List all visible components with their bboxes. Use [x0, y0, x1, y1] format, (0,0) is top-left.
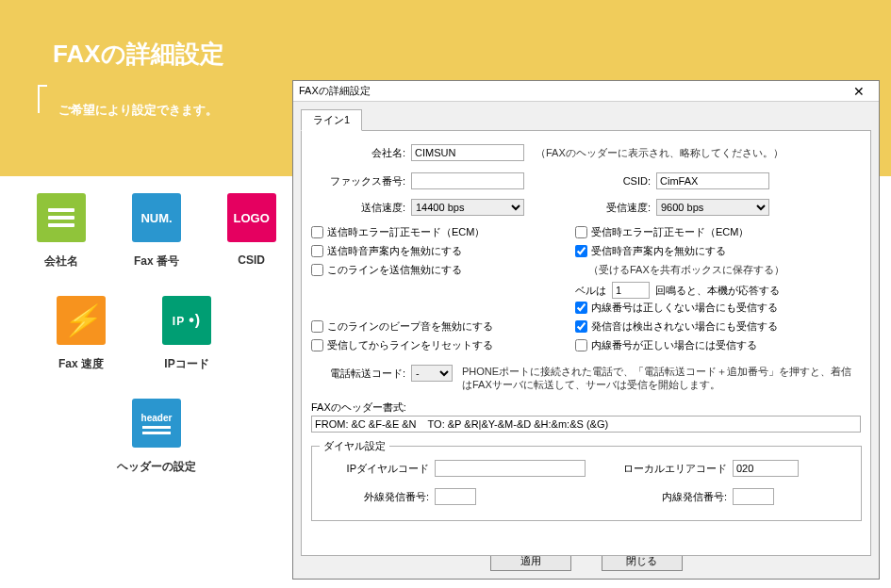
send-speed-select[interactable]: 14400 bps — [411, 199, 524, 216]
recv-share-note: （受けるFAXを共有ボックスに保存する） — [588, 263, 784, 277]
sidebar-item-fax-speed[interactable]: ⚡ Fax 速度 — [53, 296, 109, 372]
recv-speed-select[interactable]: 9600 bps — [656, 199, 769, 216]
lbl-beep-disable: このラインのビープ音を無効にする — [327, 319, 493, 334]
company-label: 会社名: — [311, 146, 405, 160]
company-input[interactable] — [411, 144, 524, 161]
sidebar-label-ip-code: IPコード — [164, 356, 208, 372]
bell-suffix: 回鳴ると、本機が応答する — [655, 284, 780, 298]
cb-recv-ecm[interactable] — [575, 226, 587, 238]
sidebar-label-company: 会社名 — [44, 253, 78, 270]
lbl-recv-voice: 受信時音声案内を無効にする — [591, 244, 726, 258]
header-fmt-label: FAXのヘッダー書式: — [311, 400, 406, 415]
send-speed-label: 送信速度: — [311, 201, 405, 215]
dialog-title: FAXの詳細設定 — [299, 84, 371, 98]
lbl-reset-after: 受信してからラインをリセットする — [327, 338, 493, 352]
lbl-recv-nobeep: 発信音は検出されない場合にも受信する — [591, 319, 778, 334]
header-fmt-input[interactable] — [311, 416, 861, 433]
recv-speed-label: 受信速度: — [594, 201, 651, 215]
cb-recv-nobeep[interactable] — [575, 320, 587, 333]
out-prefix-label: 外線発信番号: — [335, 490, 429, 504]
list-icon — [48, 208, 74, 227]
faxno-label: ファックス番号: — [311, 174, 405, 188]
dial-group-legend: ダイヤル設定 — [320, 439, 389, 453]
logo-icon: LOGO — [227, 193, 276, 242]
out-prefix-input[interactable] — [435, 488, 476, 505]
tel-code-select[interactable]: - — [411, 365, 453, 382]
tel-code-help: PHONEポートに接続された電話で、「電話転送コード＋追加番号」を押すと、着信は… — [462, 365, 858, 392]
csid-label: CSID: — [594, 175, 651, 187]
tel-code-label: 電話転送コード: — [311, 365, 405, 381]
cb-send-voice[interactable] — [311, 245, 323, 257]
lbl-send-voice: 送信時音声案内を無効にする — [327, 244, 462, 258]
lbl-recv-goodext: 内線番号が正しい場合には受信する — [591, 338, 757, 352]
lbl-recv-ecm: 受信時エラー訂正モード（ECM） — [591, 225, 749, 239]
lbl-recv-badext: 内線番号は正しくない場合にも受信する — [591, 301, 778, 315]
tab-line1[interactable]: ライン1 — [301, 109, 362, 131]
dialog-fax-settings: FAXの詳細設定 ✕ ライン1 会社名: （FAXのヘッダーに表示され、略称して… — [292, 80, 880, 580]
local-area-label: ローカルエリアコード — [623, 462, 727, 476]
page-subtitle: ご希望により設定できます。 — [58, 102, 218, 119]
num-icon: NUM. — [132, 193, 181, 242]
company-note: （FAXのヘッダーに表示され、略称してください。） — [536, 146, 784, 160]
cb-recv-badext[interactable] — [575, 302, 587, 314]
lbl-send-disable: このラインを送信無効にする — [327, 263, 462, 277]
cb-recv-voice[interactable] — [575, 245, 587, 257]
sidebar-label-header: ヘッダーの設定 — [117, 459, 196, 475]
cb-recv-goodext[interactable] — [575, 339, 587, 351]
bell-count-input[interactable] — [612, 282, 650, 299]
ip-dial-label: IPダイヤルコード — [335, 462, 429, 476]
lbl-send-ecm: 送信時エラー訂正モード（ECM） — [327, 225, 485, 239]
sidebar: 会社名 NUM. Fax 番号 LOGO CSID ⚡ Fax 速度 IP •)… — [34, 193, 279, 501]
in-prefix-input[interactable] — [733, 488, 774, 505]
sidebar-item-company[interactable]: 会社名 — [34, 193, 90, 270]
cb-reset-after[interactable] — [311, 339, 323, 351]
cb-send-disable[interactable] — [311, 264, 323, 276]
sidebar-label-csid: CSID — [238, 253, 265, 267]
bolt-icon: ⚡ — [62, 302, 100, 338]
ip-icon: IP •) — [173, 312, 201, 329]
local-area-input[interactable] — [733, 460, 799, 477]
close-icon[interactable]: ✕ — [845, 84, 873, 99]
bell-prefix: ベルは — [575, 284, 606, 298]
page-title: FAXの詳細設定 — [53, 38, 224, 71]
faxno-input[interactable] — [411, 172, 524, 189]
csid-input[interactable] — [656, 172, 769, 189]
sidebar-item-csid[interactable]: LOGO CSID — [223, 193, 279, 270]
in-prefix-label: 内線発信番号: — [623, 490, 727, 504]
cb-send-ecm[interactable] — [311, 226, 323, 238]
cb-beep-disable[interactable] — [311, 320, 323, 333]
header-icon: header — [141, 413, 173, 423]
sidebar-item-header[interactable]: header ヘッダーの設定 — [119, 399, 194, 475]
sidebar-item-fax-number[interactable]: NUM. Fax 番号 — [129, 193, 185, 270]
sidebar-item-ip-code[interactable]: IP •) IPコード — [158, 296, 215, 372]
sidebar-label-fax-number: Fax 番号 — [134, 253, 179, 270]
sidebar-label-fax-speed: Fax 速度 — [58, 356, 104, 372]
ip-dial-input[interactable] — [435, 460, 586, 477]
